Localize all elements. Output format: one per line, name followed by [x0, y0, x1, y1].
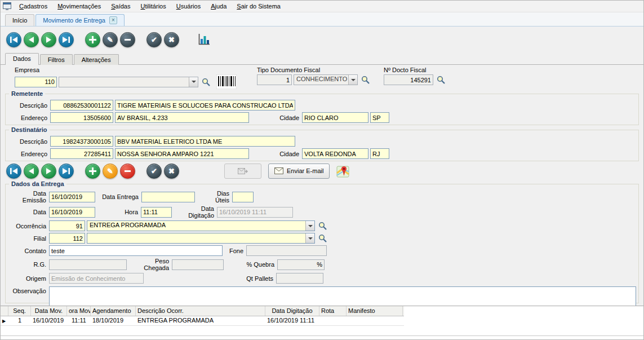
barcode-icon[interactable] [216, 74, 237, 89]
detail-nav-next-button[interactable] [41, 164, 56, 179]
filial-combo[interactable] [87, 233, 315, 244]
dias-uteis-input[interactable] [232, 192, 254, 202]
grid-header-data-digitacao[interactable]: Data Digitação [265, 306, 319, 316]
detail-cancel-button[interactable]: ✖ [164, 164, 179, 179]
remetente-nome-input[interactable] [115, 100, 295, 111]
empresa-combo-arrow[interactable] [189, 77, 198, 87]
empresa-search-icon[interactable] [202, 78, 210, 86]
tipo-doc-search-icon[interactable] [361, 76, 370, 84]
menu-sair-do-sistema[interactable]: Sair do Sistema [232, 1, 286, 11]
forward-email-icon [238, 167, 248, 175]
cell-data-mov: 16/10/2019 [31, 316, 67, 325]
num-doc-search-icon[interactable] [437, 76, 445, 84]
detail-confirm-button[interactable]: ✔ [146, 164, 162, 179]
remetente-cep-input[interactable] [50, 112, 113, 123]
movements-grid: Seq. Data Mov. ora Mov Agendamento Descr… [1, 306, 643, 340]
tab-alteracoes[interactable]: Alterações [74, 54, 119, 65]
nav-prev-button[interactable] [24, 32, 39, 47]
delete-button[interactable] [120, 32, 135, 47]
grid-header-manifesto[interactable]: Manifesto [347, 306, 403, 316]
chart-button[interactable] [198, 33, 211, 46]
menu-ajuda[interactable]: Ajuda [206, 1, 232, 11]
grid-header-descricao-ocorr[interactable]: Descrição Ocorr. [136, 306, 265, 316]
enviar-email-button[interactable]: Enviar E-mail [268, 164, 330, 179]
menu-utilitarios[interactable]: Utilitários [135, 1, 171, 11]
tipo-doc-combo[interactable]: CONHECIMENTO [294, 74, 358, 85]
detail-add-button[interactable] [85, 164, 100, 179]
destinatario-cep-input[interactable] [50, 148, 113, 159]
grid-row[interactable]: ▶ 1 16/10/2019 11:11 18/10/2019 ENTREGA … [1, 316, 404, 326]
detail-delete-icon [125, 170, 131, 172]
ocorrencia-combo[interactable]: ENTREGA PROGRAMADA [87, 220, 315, 231]
add-button[interactable] [85, 32, 100, 47]
detail-confirm-icon: ✔ [151, 167, 157, 175]
close-tab-icon[interactable]: × [109, 16, 117, 24]
hora-input[interactable] [141, 207, 172, 218]
nav-next-button[interactable] [41, 32, 56, 47]
tab-filtros[interactable]: Filtros [40, 54, 73, 65]
detail-nav-first-button[interactable] [6, 164, 21, 179]
detail-nav-prev-button[interactable] [24, 164, 39, 179]
filial-combo-arrow[interactable] [305, 233, 314, 243]
remetente-endereco-label: Endereço [8, 114, 48, 121]
remetente-cidade-input[interactable] [302, 112, 368, 123]
tipo-doc-code-input[interactable] [257, 74, 292, 85]
menu-usuarios[interactable]: Usuários [171, 1, 206, 11]
filial-code-input[interactable] [49, 233, 85, 244]
contato-input[interactable] [49, 245, 223, 256]
grid-header-hora-mov[interactable]: ora Mov [67, 306, 91, 316]
ocorrencia-code-input[interactable] [49, 220, 85, 231]
data-input[interactable] [49, 207, 95, 218]
nav-last-button[interactable] [59, 32, 74, 47]
detail-cancel-icon: ✖ [168, 167, 175, 175]
ocorrencia-combo-arrow[interactable] [305, 221, 314, 231]
grid-header-seq[interactable]: Seq. [8, 306, 31, 316]
menu-movimentacoes[interactable]: Movimentações [52, 1, 106, 11]
tab-movimento-de-entrega[interactable]: Movimento de Entrega × [35, 14, 125, 26]
nav-first-button[interactable] [6, 32, 21, 47]
menu-cadastros[interactable]: Cadastros [14, 1, 52, 11]
destinatario-documento-input[interactable] [50, 136, 113, 147]
tipo-doc-combo-arrow[interactable] [348, 75, 357, 85]
peso-chegada-input[interactable] [172, 259, 224, 270]
remetente-uf-input[interactable] [370, 112, 389, 123]
empresa-combo[interactable] [59, 77, 198, 87]
tab-dados[interactable]: Dados [5, 53, 39, 65]
num-doc-input[interactable] [384, 74, 433, 85]
cancel-button[interactable]: ✖ [164, 32, 179, 47]
detail-edit-button[interactable]: ✎ [103, 164, 118, 179]
tab-inicio[interactable]: Início [5, 14, 34, 26]
map-button[interactable] [336, 164, 349, 178]
destinatario-uf-input[interactable] [370, 148, 389, 159]
remetente-documento-input[interactable] [50, 100, 113, 111]
fone-input[interactable] [246, 245, 327, 256]
data-emissao-input[interactable] [49, 192, 95, 202]
remetente-endereco-input[interactable] [115, 112, 249, 123]
cell-hora-mov: 11:11 [67, 316, 91, 325]
quebra-input[interactable] [279, 261, 317, 268]
edit-button[interactable]: ✎ [103, 32, 118, 47]
detail-delete-button[interactable] [120, 164, 135, 179]
grid-header-agendamento[interactable]: Agendamento [91, 306, 136, 316]
destinatario-nome-input[interactable] [115, 136, 295, 147]
data-emissao-label: Data Emissão [8, 190, 47, 204]
map-marker-icon [336, 164, 349, 178]
contato-label: Contato [8, 248, 47, 254]
grid-header-data-mov[interactable]: Data Mov. [31, 306, 67, 316]
data-entrega-input[interactable] [141, 192, 195, 202]
destinatario-endereco-input[interactable] [115, 148, 249, 159]
confirm-button[interactable]: ✔ [146, 32, 162, 47]
filial-search-icon[interactable] [318, 234, 327, 242]
remetente-title: Remetente [9, 90, 45, 97]
forward-email-button[interactable] [224, 164, 261, 179]
app-window: Cadastros Movimentações Saídas Utilitári… [0, 0, 644, 340]
grid-header-rota[interactable]: Rota [319, 306, 347, 316]
rg-input[interactable] [49, 259, 127, 270]
detail-nav-last-button[interactable] [59, 164, 74, 179]
qt-pallets-input[interactable] [276, 273, 323, 284]
quebra-field[interactable]: % [277, 259, 325, 270]
destinatario-cidade-input[interactable] [302, 148, 368, 159]
ocorrencia-search-icon[interactable] [318, 222, 327, 230]
empresa-code-input[interactable] [15, 77, 57, 87]
menu-saidas[interactable]: Saídas [106, 1, 135, 11]
